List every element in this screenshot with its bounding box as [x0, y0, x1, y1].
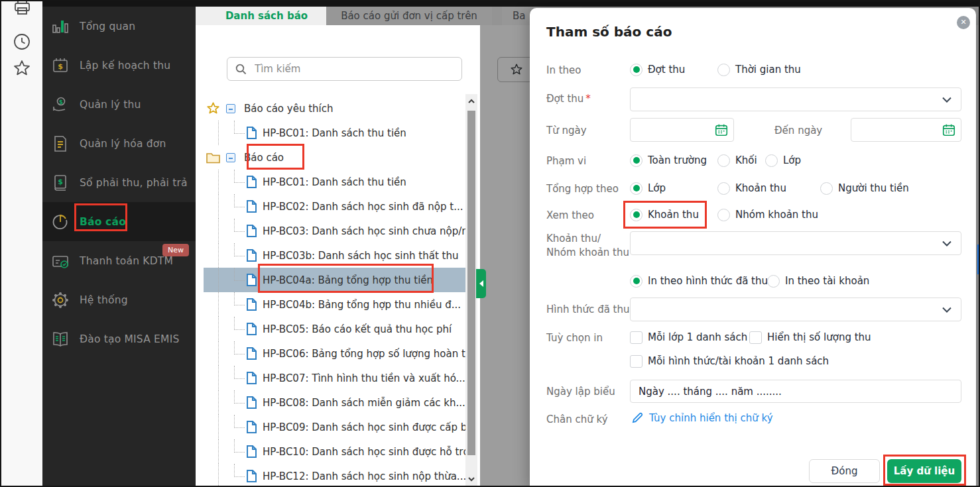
search-input[interactable] — [253, 62, 454, 76]
radio-option[interactable]: Đợt thu — [630, 64, 717, 76]
file-icon — [247, 445, 257, 458]
tree-item[interactable]: HP-BC10: Danh sách học sinh được hỗ trợ … — [196, 439, 465, 464]
checkbox-icon — [630, 355, 643, 368]
radio-option[interactable]: Người thu tiền — [820, 182, 909, 195]
sidebar-item-so-phai-thu[interactable]: $ Sổ phải thu, phải trả — [42, 163, 196, 202]
tree-item[interactable]: HP-BC01: Danh sách thu tiền — [196, 170, 465, 194]
radio-option[interactable]: Nhóm khoản thu — [717, 209, 818, 221]
checkbox-row-1: Mỗi lớp 1 danh sách Hiển thị số lượng th… — [630, 325, 871, 349]
get-data-button[interactable]: Lấy dữ liệu — [887, 459, 961, 483]
tree-item-label: HP-BC08: Danh sách miễn giảm các kh... — [263, 397, 465, 409]
device-icon[interactable] — [12, 1, 32, 17]
sidebar-item-quan-ly-thu[interactable]: $ Quản lý thu — [42, 85, 196, 124]
radio-option[interactable]: Toàn trường — [630, 154, 717, 167]
file-icon — [247, 323, 257, 335]
tree-item[interactable]: HP-BC04b: Bảng tổng hợp thu nhiều đ... — [196, 292, 465, 317]
list-scrollbar-thumb[interactable] — [467, 111, 475, 455]
tree-item[interactable]: HP-BC07: Tình hình thu tiền và xuất hó..… — [196, 366, 465, 390]
radio-option[interactable]: Khoản thu — [717, 182, 820, 195]
radio-icon — [717, 182, 730, 195]
sidebar-item-quan-ly-hoa-don[interactable]: Quản lý hóa đơn — [42, 124, 196, 163]
radio-option[interactable]: Khối — [717, 154, 765, 167]
radio-selected-icon — [630, 64, 643, 76]
radio-icon — [820, 182, 833, 195]
favorites-icon[interactable] — [12, 58, 32, 78]
sidebar-item-lap-ke-hoach-thu[interactable]: $ Lập kế hoạch thu — [42, 46, 196, 85]
checkbox-option[interactable]: Mỗi lớp 1 danh sách — [630, 331, 749, 344]
file-icon — [247, 470, 257, 482]
tree-group-favorites[interactable]: Báo cáo yêu thích — [196, 96, 465, 121]
calendar-icon[interactable] — [942, 123, 956, 137]
sidebar-item-dao-tao[interactable]: Đào tạo MISA EMIS — [42, 319, 196, 358]
history-icon[interactable] — [12, 32, 32, 52]
file-icon — [247, 421, 257, 433]
radio-selected-icon — [630, 275, 643, 288]
left-rail — [1, 1, 42, 486]
page-scrollbar-thumb[interactable] — [977, 244, 980, 274]
tree-item[interactable]: HP-BC09: Danh sách học sinh được cấp bù — [196, 415, 465, 439]
scroll-down-icon[interactable] — [467, 474, 476, 484]
khoan-thu-select[interactable] — [630, 231, 961, 255]
hand-coin-icon: $ — [51, 95, 70, 114]
new-badge: New — [162, 244, 189, 256]
signature-customize[interactable]: Tùy chỉnh hiển thị chữ ký — [631, 411, 773, 424]
checkbox-icon — [749, 331, 762, 344]
scroll-up-icon[interactable] — [467, 97, 476, 106]
field-label-hinh-thuc: Hình thức đã thu* — [546, 303, 637, 315]
checkbox-option[interactable]: Mỗi hình thức/tài khoản 1 danh sách — [630, 355, 829, 368]
panel-collapse-handle[interactable] — [476, 269, 486, 298]
tree-item[interactable]: HP-BC05: Báo cáo kết quả thu học phí — [196, 317, 465, 341]
tree-item[interactable]: HP-BC03b: Danh sách học sinh thất thu — [196, 243, 465, 268]
collapse-toggle-icon[interactable] — [226, 153, 235, 162]
tree-item-label: HP-BC07: Tình hình thu tiền và xuất hó..… — [263, 372, 465, 384]
tree-group-label: Báo cáo — [244, 152, 284, 164]
radio-option[interactable]: Lớp — [630, 182, 717, 195]
tree-item-label: HP-BC04a: Bảng tổng hợp thu tiền — [263, 274, 433, 286]
checkbox-icon — [630, 331, 643, 344]
radio-option[interactable]: In theo tài khoản — [767, 275, 869, 288]
close-icon[interactable]: ✕ — [957, 16, 970, 29]
search-icon — [235, 64, 247, 75]
sidebar-item-label: Hệ thống — [80, 294, 128, 306]
checkbox-option[interactable]: Hiển thị số lượng thu — [749, 331, 871, 344]
svg-text:$: $ — [58, 62, 63, 71]
field-label-khoan-thu-nhom: Khoản thu/ Nhóm khoản thu* — [546, 232, 637, 260]
tree-item-selected[interactable]: HP-BC04a: Bảng tổng hợp thu tiền — [196, 268, 465, 292]
signature-customize-link: Tùy chỉnh hiển thị chữ ký — [649, 412, 773, 424]
tree-group-reports[interactable]: Báo cáo — [196, 145, 465, 170]
chevron-down-icon — [942, 241, 951, 246]
tree-item[interactable]: HP-BC12: Danh sách học sinh nộp thừa... — [196, 464, 465, 487]
tree-item[interactable]: HP-BC01: Danh sách thu tiền — [196, 121, 465, 145]
sidebar-item-tong-quan[interactable]: Tổng quan — [42, 7, 196, 46]
radio-option[interactable]: Khoản thu — [630, 209, 717, 221]
field-label-tu-ngay: Từ ngày — [546, 125, 587, 136]
svg-text:$: $ — [58, 178, 63, 186]
tree-item[interactable]: HP-BC03: Danh sách học sinh chưa nộp/n..… — [196, 219, 465, 243]
radio-icon — [765, 154, 778, 167]
field-label-chan-chu-ky: Chân chữ ký — [546, 413, 608, 425]
calendar-icon[interactable] — [714, 123, 729, 137]
radio-option[interactable]: Thời gian thu — [717, 64, 801, 76]
ngay-lap-bieu-input[interactable] — [630, 380, 961, 403]
radio-icon — [717, 209, 730, 221]
radio-option[interactable]: In theo hình thức đã thu — [630, 275, 767, 288]
sidebar-item-thanh-toan-kdtm[interactable]: Thanh toán KDTM New — [42, 241, 196, 280]
field-label-dot-thu: Đợt thu* — [546, 93, 591, 105]
tree-item[interactable]: HP-BC02: Danh sách học sinh đã nộp t... — [196, 194, 465, 219]
sidebar-item-he-thong[interactable]: Hệ thống — [42, 280, 196, 319]
dot-thu-select[interactable] — [630, 87, 961, 111]
den-ngay-date-input[interactable] — [851, 118, 961, 142]
radio-option[interactable]: Lớp — [765, 154, 801, 167]
tree-item[interactable]: HP-BC08: Danh sách miễn giảm các kh... — [196, 390, 465, 415]
close-button[interactable]: Đóng — [809, 459, 880, 483]
card-check-icon — [51, 252, 70, 270]
tree-item-label: HP-BC10: Danh sách học sinh được hỗ trợ … — [263, 446, 465, 458]
sidebar-item-bao-cao[interactable]: Báo cáo — [42, 202, 196, 241]
tree-item[interactable]: HP-BC06: Bảng tổng hợp số lượng hoàn trả — [196, 341, 465, 366]
tu-ngay-date-input[interactable] — [630, 118, 734, 142]
hinh-thuc-select[interactable] — [630, 298, 961, 321]
tab-danh-sach-bao-cao[interactable]: Danh sách báo cáo — [215, 7, 318, 25]
collapse-toggle-icon[interactable] — [226, 104, 235, 113]
checkbox-row-2: Mỗi hình thức/tài khoản 1 danh sách — [630, 349, 829, 373]
star-icon — [206, 101, 220, 115]
